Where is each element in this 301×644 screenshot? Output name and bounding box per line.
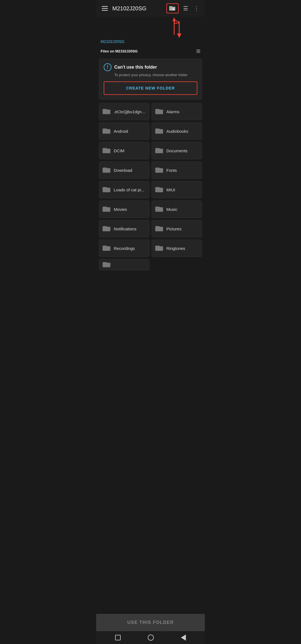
folder-name: .eCtcQjbu1dgn... bbox=[114, 109, 145, 114]
recent-apps-button[interactable] bbox=[115, 635, 121, 640]
folder-name: Recordings bbox=[114, 246, 135, 251]
folder-name: DCIM bbox=[114, 148, 124, 153]
folder-name: Documents bbox=[166, 148, 188, 153]
folder-icon bbox=[103, 261, 110, 268]
folder-icon bbox=[155, 186, 163, 193]
folder-icon bbox=[155, 147, 163, 154]
sort-icon[interactable]: ☰ bbox=[182, 4, 189, 13]
hamburger-menu[interactable] bbox=[101, 5, 109, 12]
folder-name: Loads of cat pi... bbox=[114, 187, 144, 192]
cant-use-subtitle: To protect your privacy, choose another … bbox=[114, 73, 197, 77]
cant-use-box: ! Can't use this folder To protect your … bbox=[99, 59, 202, 100]
use-this-folder-button[interactable]: USE THIS FOLDER bbox=[96, 614, 205, 631]
list-item[interactable]: Audiobooks bbox=[152, 122, 202, 140]
list-item[interactable]: Recordings bbox=[99, 240, 149, 257]
list-item[interactable]: Movies bbox=[99, 201, 149, 218]
folder-icon bbox=[155, 225, 163, 232]
new-folder-icon bbox=[169, 6, 176, 11]
list-item[interactable]: .eCtcQjbu1dgn... bbox=[99, 103, 149, 120]
folder-name: Ringtones bbox=[166, 246, 185, 251]
cant-use-header: ! Can't use this folder bbox=[104, 63, 197, 71]
folder-grid: .eCtcQjbu1dgn... Alarms Android Audioboo… bbox=[99, 103, 202, 270]
list-item[interactable]: Loads of cat pi... bbox=[99, 181, 149, 198]
folder-icon bbox=[155, 206, 163, 213]
folder-name: MIUI bbox=[166, 187, 175, 192]
folder-icon bbox=[155, 245, 163, 252]
folder-icon bbox=[103, 167, 110, 173]
folder-icon bbox=[103, 128, 110, 134]
folder-name: Download bbox=[114, 168, 132, 173]
back-button[interactable] bbox=[181, 635, 186, 641]
grid-view-icon[interactable]: ⊞ bbox=[196, 48, 200, 54]
annotation-overlay: Or bbox=[96, 17, 205, 36]
list-item[interactable]: Android bbox=[99, 122, 149, 140]
list-item[interactable]: Fonts bbox=[152, 161, 202, 179]
folder-name: Fonts bbox=[166, 168, 177, 173]
folder-icon bbox=[155, 108, 163, 115]
more-options-icon[interactable]: ⋮ bbox=[193, 4, 200, 13]
folder-icon bbox=[103, 206, 110, 213]
list-item[interactable]: Pictures bbox=[152, 220, 202, 237]
folder-icon bbox=[103, 186, 110, 193]
folder-name: Android bbox=[114, 129, 128, 134]
navigation-bar bbox=[96, 631, 205, 644]
warning-icon: ! bbox=[104, 63, 111, 71]
folder-icon bbox=[103, 147, 110, 154]
page-title: M2102J20SG bbox=[112, 5, 163, 12]
svg-marker-6 bbox=[177, 33, 181, 38]
new-folder-button[interactable] bbox=[166, 3, 179, 13]
list-item[interactable]: Notifications bbox=[99, 220, 149, 237]
folder-icon bbox=[155, 128, 163, 134]
folder-name: Movies bbox=[114, 207, 127, 212]
folder-name: Audiobooks bbox=[166, 129, 188, 134]
cant-use-title: Can't use this folder bbox=[114, 65, 157, 70]
list-item[interactable]: MIUI bbox=[152, 181, 202, 198]
list-item[interactable] bbox=[99, 259, 149, 270]
home-button[interactable] bbox=[148, 635, 154, 641]
list-item[interactable]: Download bbox=[99, 161, 149, 179]
list-item[interactable]: Documents bbox=[152, 142, 202, 159]
breadcrumb[interactable]: M2102J20SG bbox=[96, 36, 205, 46]
files-header: Files on M2102J20SG ⊞ bbox=[96, 46, 205, 56]
folder-name: Pictures bbox=[166, 226, 181, 231]
folder-icon bbox=[155, 167, 163, 173]
folder-icon bbox=[103, 108, 110, 115]
list-item[interactable]: Ringtones bbox=[152, 240, 202, 257]
list-item[interactable]: DCIM bbox=[99, 142, 149, 159]
folder-icon bbox=[103, 225, 110, 232]
list-item[interactable]: Alarms bbox=[152, 103, 202, 120]
folder-icon bbox=[103, 245, 110, 252]
create-new-folder-button[interactable]: CREATE NEW FOLDER bbox=[104, 81, 197, 95]
main-content: ! Can't use this folder To protect your … bbox=[96, 56, 205, 614]
top-bar: M2102J20SG ☰ ⋮ bbox=[96, 0, 205, 17]
svg-rect-1 bbox=[172, 9, 174, 9]
list-item[interactable]: Music bbox=[152, 201, 202, 218]
files-label: Files on M2102J20SG bbox=[101, 49, 196, 53]
folder-name: Music bbox=[166, 207, 177, 212]
folder-name: Alarms bbox=[166, 109, 179, 114]
folder-name: Notifications bbox=[114, 226, 137, 231]
annotation-down-arrow bbox=[171, 22, 188, 38]
